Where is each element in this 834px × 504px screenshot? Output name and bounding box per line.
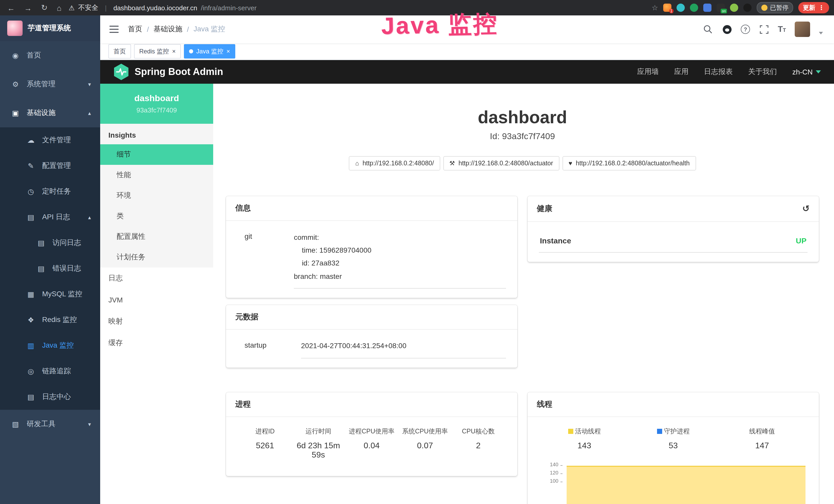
sba-nav-wallboard[interactable]: 应用墙 xyxy=(637,67,659,76)
bookmark-star-icon[interactable]: ☆ xyxy=(652,4,658,12)
tab-home[interactable]: 首页 xyxy=(108,44,131,59)
sidebar-item-home[interactable]: ◉ 首页 xyxy=(0,41,100,70)
user-avatar[interactable] xyxy=(795,22,810,37)
browser-reload-button[interactable]: ↻ xyxy=(41,3,47,12)
extension-icon-sprout[interactable] xyxy=(730,4,738,12)
metric-process-cpu: 进程CPU使用率 0.04 xyxy=(345,428,398,460)
sidebar-item-tracing[interactable]: ◎ 链路追踪 xyxy=(0,359,100,384)
hamburger-icon[interactable] xyxy=(109,26,119,33)
url-host: dashboard.yudao.iocoder.cn xyxy=(113,4,197,12)
health-status-badge: UP xyxy=(796,236,807,245)
browser-forward-button[interactable]: → xyxy=(24,3,32,12)
legend-blue-icon xyxy=(657,429,662,434)
fullscreen-icon[interactable] xyxy=(759,24,769,35)
metric-daemon-threads: 守护进程 53 xyxy=(629,428,718,451)
search-icon[interactable] xyxy=(703,24,713,35)
sidebar-item-dev-tools[interactable]: ▧ 研发工具 ▾ xyxy=(0,410,100,438)
gear-icon: ⚙ xyxy=(11,80,20,88)
sba-item-logs[interactable]: 日志 xyxy=(100,268,213,289)
eye-icon: ◎ xyxy=(27,367,35,375)
close-icon[interactable]: × xyxy=(172,48,176,54)
address-divider: | xyxy=(105,4,107,12)
extension-icon-green-circle[interactable] xyxy=(690,4,698,12)
logo-avatar xyxy=(7,21,23,36)
sba-item-mappings[interactable]: 映射 xyxy=(100,311,213,332)
github-icon[interactable] xyxy=(722,24,732,35)
breadcrumb-home[interactable]: 首页 xyxy=(128,25,142,34)
history-icon[interactable]: ↺ xyxy=(803,203,810,214)
caret-down-icon[interactable] xyxy=(819,31,823,34)
sba-item-caches[interactable]: 缓存 xyxy=(100,332,213,354)
sba-group-insights: Insights xyxy=(100,124,213,144)
chevron-down-icon xyxy=(816,70,821,73)
tab-java-monitor[interactable]: Java 监控 × xyxy=(184,44,235,59)
metric-live-threads: 活动线程 143 xyxy=(540,428,629,451)
link-health-url[interactable]: ♥ http://192.168.0.2:48080/actuator/heal… xyxy=(562,156,696,170)
sidebar-item-config-management[interactable]: ✎ 配置管理 xyxy=(0,153,100,179)
link-actuator-url[interactable]: ⚒ http://192.168.0.2:48080/actuator xyxy=(443,156,559,170)
home-icon: ⌂ xyxy=(355,160,359,167)
sba-item-classes[interactable]: 类 xyxy=(100,206,213,226)
extension-icon-orange[interactable]: 1 xyxy=(663,4,672,12)
sba-item-details[interactable]: 细节 xyxy=(100,144,213,165)
threads-chart: 140 120 100 xyxy=(540,462,807,504)
sba-item-scheduled-tasks[interactable]: 计划任务 xyxy=(100,247,213,268)
help-icon[interactable]: ? xyxy=(741,25,750,34)
sidebar-item-mysql-monitor[interactable]: ▦ MySQL 监控 xyxy=(0,281,100,307)
extension-icon-black[interactable] xyxy=(743,4,751,12)
sba-item-jvm[interactable]: JVM xyxy=(100,289,213,311)
extension-icon-blue-grid[interactable] xyxy=(703,4,711,12)
threads-card: 线程 活动线程 143 守护进程 53 xyxy=(528,393,819,504)
sidebar-item-log-center[interactable]: ▤ 日志中心 xyxy=(0,384,100,410)
sidebar-item-error-logs[interactable]: ▤ 错误日志 xyxy=(0,256,100,281)
extension-icon-teal-drop[interactable] xyxy=(677,4,685,12)
metric-system-cpu: 系统CPU使用率 0.07 xyxy=(398,428,452,460)
sidebar-item-redis-monitor[interactable]: ❖ Redis 监控 xyxy=(0,307,100,333)
sidebar-item-file-management[interactable]: ☁ 文件管理 xyxy=(0,127,100,153)
metadata-value: 2021-04-27T00:44:31.254+08:00 xyxy=(301,340,506,359)
infrastructure-icon: ▣ xyxy=(11,109,20,117)
sba-item-config-properties[interactable]: 配置属性 xyxy=(100,226,213,247)
chevron-down-icon: ▾ xyxy=(88,81,91,88)
sidebar-item-system-management[interactable]: ⚙ 系统管理 ▾ xyxy=(0,70,100,98)
page-subtitle: Id: 93a3fc7f7409 xyxy=(226,132,819,142)
sba-brand[interactable]: Spring Boot Admin xyxy=(113,63,223,81)
instance-header: dashboard 93a3fc7f7409 xyxy=(100,84,213,124)
breadcrumb: 首页 / 基础设施 / Java 监控 xyxy=(128,25,225,34)
axis-tick: 140 xyxy=(540,462,563,470)
sba-main: dashboard Id: 93a3fc7f7409 ⌂ http://192.… xyxy=(213,84,834,504)
tools-icon: ▧ xyxy=(11,420,20,428)
chrome-update-button[interactable]: 更新 ⋮ xyxy=(798,2,829,13)
close-icon[interactable]: × xyxy=(226,48,230,54)
infrastructure-submenu: ☁ 文件管理 ✎ 配置管理 ◷ 定时任务 ▤ API 日志 ▴ ▤ xyxy=(0,127,100,410)
browser-home-button[interactable]: ⌂ xyxy=(57,3,61,12)
annotation-text: Java 监控 xyxy=(381,8,499,42)
metadata-card: 元数据 startup 2021-04-27T00:44:31.254+08:0… xyxy=(226,305,517,368)
app-logo[interactable]: 芋道管理系统 xyxy=(0,16,100,41)
sidebar-item-java-monitor[interactable]: ▥ Java 监控 xyxy=(0,333,100,359)
address-bar[interactable]: ⚠ 不安全 | dashboard.yudao.iocoder.cn/infra… xyxy=(69,3,257,12)
font-size-icon[interactable]: TT xyxy=(778,25,786,34)
app-title: 芋道管理系统 xyxy=(28,24,71,33)
sba-item-performance[interactable]: 性能 xyxy=(100,165,213,185)
tab-redis-monitor[interactable]: Redis 监控 × xyxy=(134,44,181,59)
cloud-icon: ☁ xyxy=(27,136,35,144)
breadcrumb-infra[interactable]: 基础设施 xyxy=(154,25,182,34)
link-service-url[interactable]: ⌂ http://192.168.0.2:48080/ xyxy=(349,156,440,170)
locale-selector[interactable]: zh-CN xyxy=(792,68,821,76)
page-title: dashboard xyxy=(226,107,819,127)
sba-nav-about[interactable]: 关于我们 xyxy=(748,67,777,76)
metric-uptime: 运行时间 6d 23h 15m 59s xyxy=(292,428,345,460)
sidebar-item-infrastructure[interactable]: ▣ 基础设施 ▴ xyxy=(0,98,100,127)
browser-back-button[interactable]: ← xyxy=(7,3,15,12)
security-warning-icon: ⚠ xyxy=(69,4,74,12)
document-icon: ▤ xyxy=(37,265,45,273)
profile-paused-badge[interactable]: 已暂停 xyxy=(757,2,793,13)
sba-nav-journal[interactable]: 日志报表 xyxy=(704,67,733,76)
sba-item-environment[interactable]: 环境 xyxy=(100,185,213,206)
extension-icon-dark-on[interactable]: on xyxy=(717,4,725,12)
sidebar-item-scheduled-jobs[interactable]: ◷ 定时任务 xyxy=(0,179,100,204)
sba-nav-applications[interactable]: 应用 xyxy=(674,67,688,76)
sidebar-item-access-logs[interactable]: ▤ 访问日志 xyxy=(0,230,100,256)
sidebar-item-api-logs[interactable]: ▤ API 日志 ▴ xyxy=(0,204,100,230)
